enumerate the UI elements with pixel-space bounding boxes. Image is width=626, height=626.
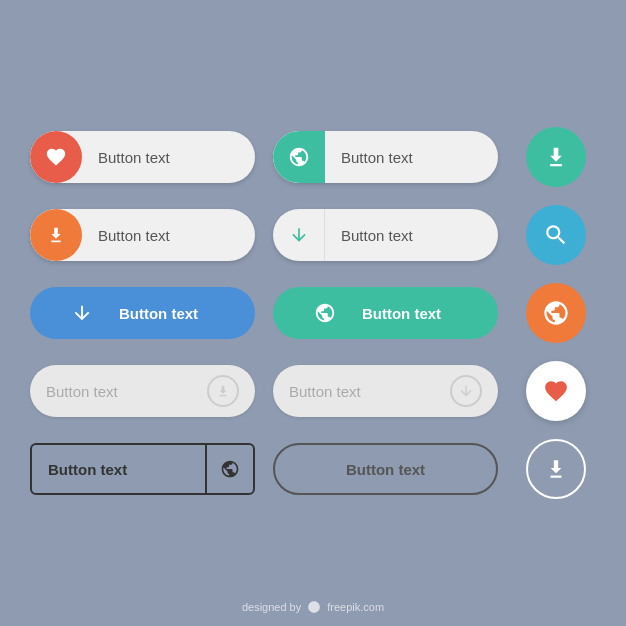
btn-heart-white[interactable]: Button text xyxy=(30,131,255,183)
btn-label: Button text xyxy=(325,227,498,244)
btn-globe-orange-circle[interactable] xyxy=(526,283,586,343)
btn-download-orange[interactable]: Button text xyxy=(30,209,255,261)
btn-label: Button text xyxy=(32,461,205,478)
footer-brand: freepik.com xyxy=(327,601,384,613)
arrow-accent xyxy=(273,209,325,261)
btn-download-teal-circle[interactable] xyxy=(526,127,586,187)
footer: designed by freepik.com xyxy=(242,600,384,614)
btn-solid-teal[interactable]: Button text xyxy=(273,287,498,339)
btn-outline-pill[interactable]: Button text xyxy=(273,443,498,495)
footer-designed-by: designed by xyxy=(242,601,301,613)
btn-search-blue-circle[interactable] xyxy=(526,205,586,265)
btn-label: Button text xyxy=(82,149,255,166)
btn-heart-white-circle[interactable] xyxy=(526,361,586,421)
btn-light-gray-2[interactable]: Button text xyxy=(273,365,498,417)
btn-label: Button text xyxy=(46,383,207,400)
globe-accent xyxy=(273,131,325,183)
download-icon-right-2 xyxy=(450,375,482,407)
download-icon-circle xyxy=(30,209,82,261)
btn-download-outline-circle[interactable] xyxy=(526,439,586,499)
btn-light-gray-1[interactable]: Button text xyxy=(30,365,255,417)
btn-label: Button text xyxy=(289,383,450,400)
btn-globe-green[interactable]: Button text xyxy=(273,131,498,183)
btn-label: Button text xyxy=(325,149,498,166)
btn-label: Button text xyxy=(346,305,457,322)
btn-label: Button text xyxy=(275,461,496,478)
btn-label: Button text xyxy=(82,227,255,244)
btn-outline-box[interactable]: Button text xyxy=(30,443,255,495)
heart-icon-circle xyxy=(30,131,82,183)
download-icon-right xyxy=(207,375,239,407)
btn-solid-blue[interactable]: Button text xyxy=(30,287,255,339)
globe-box-icon xyxy=(205,445,253,493)
btn-arrow-teal[interactable]: Button text xyxy=(273,209,498,261)
btn-label: Button text xyxy=(103,305,214,322)
